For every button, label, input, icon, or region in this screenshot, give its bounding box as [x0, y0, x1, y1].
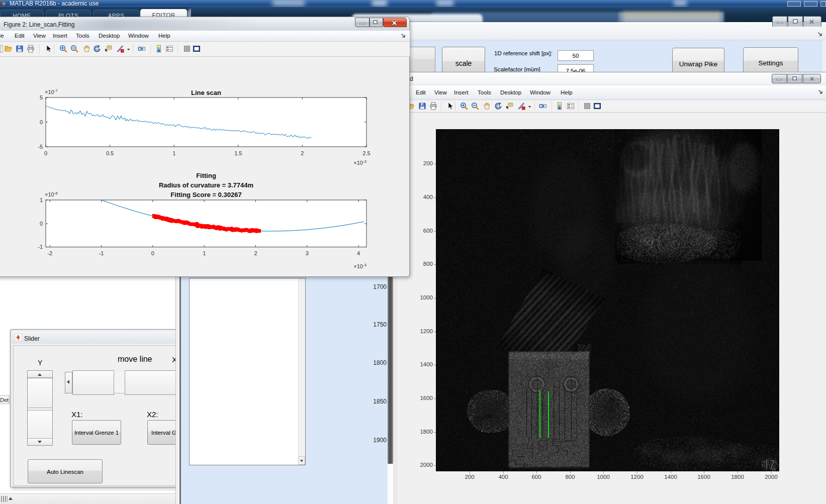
svg-text:-1: -1: [38, 244, 43, 250]
svg-text:0: 0: [44, 150, 47, 156]
svg-text:1: 1: [172, 150, 175, 156]
svg-text:×10-3: ×10-3: [353, 263, 366, 269]
svg-text:5: 5: [40, 94, 43, 100]
svg-text:-2: -2: [47, 250, 52, 256]
svg-text:2: 2: [301, 150, 304, 156]
svg-text:Line scan: Line scan: [191, 89, 221, 96]
svg-text:Radius of curvature = 3.7744m: Radius of curvature = 3.7744m: [159, 181, 253, 189]
svg-text:×10-3: ×10-3: [353, 159, 366, 166]
svg-text:Fitting Score = 0.30267: Fitting Score = 0.30267: [170, 191, 241, 198]
svg-text:1.5: 1.5: [234, 150, 242, 156]
svg-text:-5: -5: [38, 144, 43, 150]
svg-text:3: 3: [306, 250, 309, 256]
svg-text:×10-7: ×10-7: [45, 88, 58, 95]
svg-text:4: 4: [357, 250, 360, 256]
svg-text:×10-6: ×10-6: [45, 191, 58, 197]
svg-text:Fitting: Fitting: [196, 172, 216, 179]
svg-text:1: 1: [203, 250, 206, 256]
svg-text:2.5: 2.5: [362, 150, 370, 156]
svg-text:0: 0: [40, 119, 43, 125]
svg-text:-1: -1: [99, 250, 104, 256]
svg-text:0.5: 0.5: [106, 150, 114, 156]
svg-text:2: 2: [254, 250, 257, 256]
svg-text:1: 1: [40, 197, 43, 203]
svg-text:0: 0: [151, 250, 154, 256]
svg-text:0: 0: [40, 221, 43, 227]
